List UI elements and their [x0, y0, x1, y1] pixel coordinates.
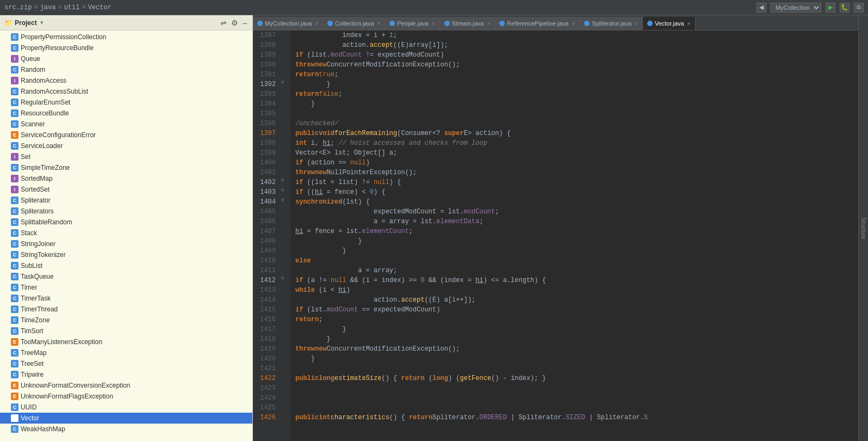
- debug-button[interactable]: 🐛: [840, 3, 850, 13]
- code-line-1401: throw new NullPointerException();: [291, 168, 858, 177]
- fold-icon-1392[interactable]: ▽: [281, 79, 284, 85]
- tab-Vector-java[interactable]: Vector.java×: [643, 17, 696, 30]
- line-number-1405: 1405: [253, 207, 280, 217]
- tab-Spliterator-java[interactable]: Spliterator.java×: [580, 17, 643, 30]
- sidebar-item-timerthread[interactable]: CTimerThread: [0, 304, 252, 315]
- tab-Stream-java[interactable]: Stream.java×: [440, 17, 495, 30]
- sidebar-item-treemap[interactable]: CTreeMap: [0, 347, 252, 358]
- line-number-1392: 1392: [253, 79, 280, 89]
- sidebar-equalize-button[interactable]: ⇌: [219, 19, 228, 27]
- tab-close-button[interactable]: ×: [377, 21, 381, 27]
- sidebar-settings-button[interactable]: ⚙: [230, 19, 239, 27]
- sidebar-item-unknownformatconversionexception[interactable]: EUnknownFormatConversionException: [0, 380, 252, 391]
- tab-label: Vector.java: [655, 20, 684, 27]
- sidebar-item-random[interactable]: CRandom: [0, 64, 252, 75]
- tab-ReferencePipeline-java[interactable]: ReferencePipeline.java×: [495, 17, 580, 30]
- sidebar-item-serviceconfigurationerror[interactable]: EServiceConfigurationError: [0, 130, 252, 140]
- breadcrumb-item-util[interactable]: util: [64, 4, 80, 11]
- sidebar-item-timsort[interactable]: CTimSort: [0, 326, 252, 336]
- breadcrumb-item-src[interactable]: src.zip: [4, 4, 32, 11]
- sidebar-item-scanner[interactable]: CScanner: [0, 119, 252, 130]
- fold-icon-1412[interactable]: ▽: [281, 275, 284, 281]
- sidebar-item-propertyresourcebundle[interactable]: CPropertyResourceBundle: [0, 42, 252, 53]
- tab-close-button[interactable]: ×: [635, 21, 638, 27]
- sidebar-item-stringjoiner[interactable]: CStringJoiner: [0, 238, 252, 249]
- tab-MyCollection-java[interactable]: MyCollection.java×: [253, 17, 323, 30]
- breadcrumb-item-vector[interactable]: Vector: [88, 4, 111, 11]
- code-content[interactable]: index = i + 1; action.accept((E)array[i]…: [291, 30, 858, 441]
- sidebar-item-resourcebundle[interactable]: CResourceBundle: [0, 108, 252, 119]
- sidebar-item-spliterators[interactable]: CSpliterators: [0, 206, 252, 217]
- item-icon-c: C: [11, 305, 18, 313]
- code-line-1413: while (i < hi): [291, 285, 858, 295]
- sidebar-item-label: TaskQueue: [21, 273, 54, 280]
- code-line-1426: public int characteristics() { return Sp…: [291, 413, 858, 422]
- sidebar-actions: ⇌ ⚙ –: [219, 19, 248, 27]
- tab-Collection-java[interactable]: Collection.java×: [323, 17, 385, 30]
- tab-close-button[interactable]: ×: [687, 21, 691, 27]
- sidebar-item-splittablerandom[interactable]: CSplittableRandom: [0, 217, 252, 228]
- tab-close-button[interactable]: ×: [432, 21, 435, 27]
- line-number-1404: 1404: [253, 197, 280, 207]
- sidebar-item-simpletimezone[interactable]: CSimpleTimeZone: [0, 162, 252, 173]
- item-icon-c: C: [11, 164, 18, 171]
- line-number-1389: 1389: [253, 50, 280, 60]
- sidebar-item-regularenumset[interactable]: CRegularEnumSet: [0, 97, 252, 108]
- run-button[interactable]: ▶: [826, 3, 835, 13]
- fold-icon-1404[interactable]: ▽: [281, 197, 284, 203]
- sidebar-item-taskqueue[interactable]: CTaskQueue: [0, 271, 252, 282]
- item-icon-c: C: [11, 66, 18, 74]
- sidebar-item-uuid[interactable]: CUUID: [0, 402, 252, 413]
- item-icon-c: C: [11, 403, 18, 411]
- code-line-1417: }: [291, 324, 858, 334]
- breadcrumb-item-java[interactable]: java: [40, 4, 56, 11]
- item-icon-i: I: [11, 186, 18, 193]
- item-icon-c: C: [11, 120, 18, 128]
- sidebar-item-queue[interactable]: IQueue: [0, 53, 252, 64]
- sidebar-item-sortedmap[interactable]: ISortedMap: [0, 173, 252, 184]
- item-icon-i: I: [11, 153, 18, 161]
- sidebar-close-button[interactable]: –: [241, 19, 248, 27]
- fold-icon-1403[interactable]: ▽: [281, 187, 284, 193]
- tab-label: MyCollection.java: [265, 20, 312, 27]
- item-icon-c: C: [11, 88, 18, 95]
- tab-close-button[interactable]: ×: [315, 21, 318, 27]
- sidebar-item-unknownformatflagsexception[interactable]: EUnknownFormatFlagsException: [0, 391, 252, 402]
- sidebar-item-tripwire[interactable]: CTripwire: [0, 369, 252, 380]
- item-icon-c: C: [11, 218, 18, 226]
- sidebar-item-treeset[interactable]: CTreeSet: [0, 358, 252, 369]
- line-number-1407: 1407: [253, 226, 280, 236]
- sidebar-item-serviceloader[interactable]: CServiceLoader: [0, 140, 252, 151]
- run-config-select[interactable]: MyCollection: [771, 3, 821, 13]
- code-line-1418: }: [291, 334, 858, 344]
- sidebar-item-vector[interactable]: CVector: [0, 413, 252, 424]
- sidebar-item-timertask[interactable]: CTimerTask: [0, 293, 252, 304]
- sidebar-item-weakhashmap[interactable]: CWeakHashMap: [0, 424, 252, 434]
- tab-People-java[interactable]: People.java×: [385, 17, 439, 30]
- sidebar-item-timezone[interactable]: CTimeZone: [0, 315, 252, 326]
- code-line-1421: [291, 364, 858, 373]
- sidebar-item-propertypermissioncollection[interactable]: CPropertyPermissionCollection: [0, 32, 252, 42]
- back-button[interactable]: ◀: [757, 3, 766, 13]
- settings-button[interactable]: ⚙: [854, 3, 864, 13]
- sidebar-item-randomaccesssublist[interactable]: CRandomAccessSubList: [0, 86, 252, 97]
- sidebar-item-toomanylistenersexception[interactable]: ETooManyListenersException: [0, 336, 252, 347]
- sidebar-item-spliterator[interactable]: CSpliterator: [0, 195, 252, 206]
- code-line-1415: if (lst.modCount == expectedModCount): [291, 305, 858, 315]
- sidebar-item-stack[interactable]: CStack: [0, 228, 252, 238]
- line-number-1396: 1396: [253, 119, 280, 128]
- sidebar-item-stringtokenizer[interactable]: CStringTokenizer: [0, 249, 252, 260]
- item-icon-c: C: [11, 251, 18, 259]
- sidebar-item-sortedset[interactable]: ISortedSet: [0, 184, 252, 195]
- sidebar-item-sublist[interactable]: CSubList: [0, 260, 252, 271]
- tab-label: People.java: [397, 20, 429, 27]
- item-icon-c: C: [11, 371, 18, 378]
- sidebar-item-timer[interactable]: CTimer: [0, 282, 252, 293]
- sidebar-item-set[interactable]: ISet: [0, 151, 252, 162]
- fold-icon-1402[interactable]: ▽: [281, 177, 284, 183]
- tab-close-button[interactable]: ×: [487, 21, 490, 27]
- tab-close-button[interactable]: ×: [572, 21, 575, 27]
- structure-panel[interactable]: Structure: [858, 15, 868, 441]
- sidebar-item-randomaccess[interactable]: IRandomAccess: [0, 75, 252, 86]
- code-line-1408: }: [291, 236, 858, 246]
